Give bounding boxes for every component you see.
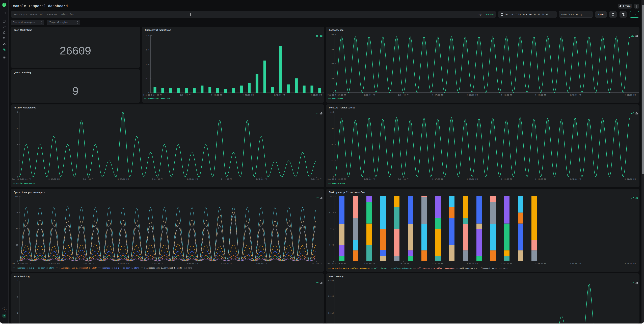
svg-text:0.1: 0.1 xyxy=(330,228,334,230)
svg-text:Dec 16 5:29:30 PM: Dec 16 5:29:30 PM xyxy=(328,263,346,265)
svg-text:clickpipes-aws-p..outheast-2.l: clickpipes-aws-p..outheast-2.l2c4n xyxy=(59,267,97,269)
svg-text:5:39:30 PM: 5:39:30 PM xyxy=(152,178,163,180)
svg-text:clickpipes-aws-p..outheast-2.l: clickpipes-aws-p..outheast-2.l2c4n xyxy=(144,267,182,269)
svg-text:0.05: 0.05 xyxy=(330,244,334,246)
svg-text:20K: 20K xyxy=(330,111,334,113)
svg-text:4: 4 xyxy=(17,143,18,145)
svg-text:poll_timeout · c..-flow-task-q: poll_timeout · c..-flow-task-queue xyxy=(374,267,412,269)
svg-text:poll_success_syn..-flow-task-q: poll_success_syn..-flow-task-queue xyxy=(417,267,455,269)
svg-text:0: 0 xyxy=(148,92,150,94)
svg-text:5:47:00 PM: 5:47:00 PM xyxy=(570,94,581,96)
svg-text:0: 0 xyxy=(17,260,18,262)
svg-text:75: 75 xyxy=(16,212,18,214)
svg-text:0.2: 0.2 xyxy=(146,78,150,80)
svg-text:15K: 15K xyxy=(330,127,334,129)
svg-text:requests/sec: requests/sec xyxy=(332,182,345,184)
svg-text:5:51:00 PM: 5:51:00 PM xyxy=(624,263,636,265)
svg-text:50: 50 xyxy=(16,228,18,230)
svg-text:5:37:00 PM: 5:37:00 PM xyxy=(118,178,129,180)
svg-text:5:34:00 PM: 5:34:00 PM xyxy=(180,94,191,96)
svg-text:5:42:00 PM: 5:42:00 PM xyxy=(501,94,512,96)
svg-text:5:47:00 PM: 5:47:00 PM xyxy=(570,178,581,180)
svg-text:5:51:00 PM: 5:51:00 PM xyxy=(624,94,636,96)
svg-text:5:46:00 PM: 5:46:00 PM xyxy=(274,94,285,96)
svg-text:0.2: 0.2 xyxy=(330,195,334,197)
svg-text:no_poller_tasks ..-flow-task-q: no_poller_tasks ..-flow-task-queue xyxy=(332,267,370,269)
svg-text:5:51:00 PM: 5:51:00 PM xyxy=(310,94,322,96)
svg-text:150: 150 xyxy=(330,48,334,50)
svg-text:5:51:00 PM: 5:51:00 PM xyxy=(311,262,322,264)
svg-text:poll_success · c..-flow-task-q: poll_success · c..-flow-task-queue xyxy=(460,267,497,269)
svg-text:successful workflows: successful workflows xyxy=(148,98,170,100)
svg-text:5:39:30 PM: 5:39:30 PM xyxy=(466,178,478,180)
svg-text:5:44:30 PM: 5:44:30 PM xyxy=(221,178,232,180)
svg-text:5:32:00 PM: 5:32:00 PM xyxy=(364,94,375,96)
svg-text:Dec 16 5:29:30 PM: Dec 16 5:29:30 PM xyxy=(328,94,346,96)
svg-text:0: 0 xyxy=(332,92,334,94)
svg-text:8: 8 xyxy=(17,111,18,113)
svg-text:5:39:30 PM: 5:39:30 PM xyxy=(466,263,478,265)
svg-text:5:44:30 PM: 5:44:30 PM xyxy=(535,178,546,180)
svg-text:Dec 16 5:29:30 PM: Dec 16 5:29:30 PM xyxy=(12,178,31,180)
svg-text:5:32:00 PM: 5:32:00 PM xyxy=(364,178,375,180)
svg-text:5:42:00 PM: 5:42:00 PM xyxy=(187,262,198,264)
svg-text:Dec 16 5:29:30 PM: Dec 16 5:29:30 PM xyxy=(328,178,346,180)
svg-text:5:44:30 PM: 5:44:30 PM xyxy=(221,262,232,264)
svg-text:5:47:00 PM: 5:47:00 PM xyxy=(256,178,267,180)
svg-text:5:32:00 PM: 5:32:00 PM xyxy=(364,263,375,265)
svg-text:5:34:30 PM: 5:34:30 PM xyxy=(83,262,94,264)
svg-text:Dec 16 5:29:30 PM: Dec 16 5:29:30 PM xyxy=(12,262,31,264)
svg-text:5:39:30 PM: 5:39:30 PM xyxy=(152,262,163,264)
svg-text:2: 2 xyxy=(17,160,18,162)
svg-text:6: 6 xyxy=(17,127,18,129)
svg-text:4: 4 xyxy=(17,280,18,282)
svg-text:25: 25 xyxy=(16,244,18,246)
svg-text:0: 0 xyxy=(17,176,18,178)
svg-text:5:37:00 PM: 5:37:00 PM xyxy=(432,178,444,180)
svg-text:0.4: 0.4 xyxy=(146,63,150,65)
svg-text:5:34:30 PM: 5:34:30 PM xyxy=(398,178,409,180)
svg-text:0: 0 xyxy=(332,176,334,178)
svg-text:action/sec: action/sec xyxy=(332,98,343,100)
svg-text:0: 0 xyxy=(332,260,334,262)
svg-text:5:34:30 PM: 5:34:30 PM xyxy=(398,94,409,96)
svg-text:100: 100 xyxy=(15,196,18,198)
svg-text:5:37:00 PM: 5:37:00 PM xyxy=(432,94,444,96)
svg-text:5:42:00 PM: 5:42:00 PM xyxy=(187,178,198,180)
svg-text:active namespaces: active namespaces xyxy=(16,182,35,184)
svg-text:5:34:30 PM: 5:34:30 PM xyxy=(398,263,409,265)
svg-text:5:44:30 PM: 5:44:30 PM xyxy=(535,94,546,96)
svg-text:2: 2 xyxy=(17,312,18,314)
svg-text:5:47:00 PM: 5:47:00 PM xyxy=(570,263,581,265)
svg-text:clickpipes-aws-p..-us-east-1.l: clickpipes-aws-p..-us-east-1.l2c4n xyxy=(102,267,139,269)
svg-text:0.019: 0.019 xyxy=(328,312,334,314)
svg-text:0.8: 0.8 xyxy=(146,35,150,37)
svg-text:5:42:00 PM: 5:42:00 PM xyxy=(501,178,512,180)
svg-text:5:37:00 PM: 5:37:00 PM xyxy=(118,262,129,264)
svg-text:+12 more: +12 more xyxy=(183,267,192,269)
svg-text:50: 50 xyxy=(332,77,334,79)
svg-text:0.038: 0.038 xyxy=(328,280,334,282)
svg-text:clickpipes-aws-p..-us-east-2.l: clickpipes-aws-p..-us-east-2.l2c4n xyxy=(16,267,54,269)
svg-text:0.15: 0.15 xyxy=(330,212,334,214)
svg-text:5:51:00 PM: 5:51:00 PM xyxy=(311,178,322,180)
svg-text:+56 more: +56 more xyxy=(499,267,508,269)
svg-text:Dec 16 5:29:30 PM: Dec 16 5:29:30 PM xyxy=(144,94,162,96)
svg-text:5:42:00 PM: 5:42:00 PM xyxy=(242,94,254,96)
svg-text:5:44:30 PM: 5:44:30 PM xyxy=(535,263,546,265)
svg-text:5:39:30 PM: 5:39:30 PM xyxy=(466,94,478,96)
svg-text:200: 200 xyxy=(330,34,334,36)
svg-text:5:38:00 PM: 5:38:00 PM xyxy=(211,94,222,96)
svg-text:5:34:30 PM: 5:34:30 PM xyxy=(83,178,94,180)
svg-text:100: 100 xyxy=(330,63,334,65)
svg-text:5:32:00 PM: 5:32:00 PM xyxy=(48,178,60,180)
svg-text:0.029: 0.029 xyxy=(328,295,334,297)
svg-text:5K: 5K xyxy=(332,160,334,162)
svg-text:0.6: 0.6 xyxy=(146,49,150,51)
svg-text:5:37:00 PM: 5:37:00 PM xyxy=(432,263,444,265)
svg-text:5:32:00 PM: 5:32:00 PM xyxy=(48,262,60,264)
svg-text:5:51:00 PM: 5:51:00 PM xyxy=(624,178,636,180)
svg-text:3: 3 xyxy=(17,296,18,298)
svg-text:10K: 10K xyxy=(330,144,334,146)
svg-text:5:42:00 PM: 5:42:00 PM xyxy=(501,263,512,265)
